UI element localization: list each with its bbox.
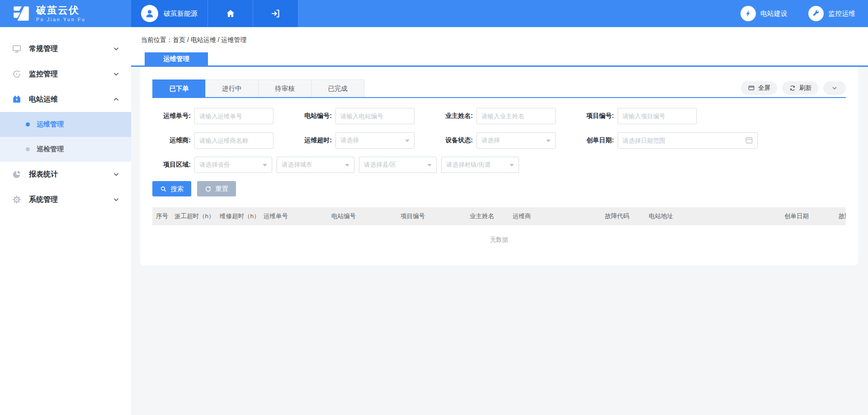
sidebar: 常规管理 监控管理	[0, 27, 131, 415]
device-status-select[interactable]: 请选择	[476, 132, 556, 149]
sidebar-item-monitor-mgmt[interactable]: 监控管理	[0, 61, 131, 87]
sidebar-item-label: 常规管理	[29, 44, 58, 54]
tab-ordered[interactable]: 已下单	[152, 79, 206, 97]
reset-button[interactable]: 重置	[197, 181, 236, 196]
dropdown-caret-icon	[546, 140, 551, 142]
create-date-range-input[interactable]	[618, 132, 758, 149]
power-station-icon	[11, 94, 22, 105]
sidebar-item-label: 系统管理	[29, 195, 58, 205]
fullscreen-button[interactable]: 全屏	[741, 81, 777, 95]
filter-form: 运维单号: 电站编号: 业主姓名: 项目编号:	[152, 98, 846, 173]
page-tab-ops-mgmt[interactable]: 运维管理	[145, 52, 208, 65]
select-placeholder: 请选择县/区	[364, 161, 396, 169]
chevron-up-icon	[113, 96, 119, 103]
col-repair-timeout: 维修超时（h）	[220, 212, 264, 220]
col-owner-name: 业主姓名	[470, 212, 513, 220]
station-no-input[interactable]	[335, 108, 415, 124]
county-select[interactable]: 请选择县/区	[359, 157, 437, 173]
content-card: 已下单 进行中 待审核 已完成 全屏	[140, 67, 858, 266]
header-spacer	[298, 0, 741, 27]
pie-chart-icon	[11, 169, 22, 180]
user-menu[interactable]: 破茧新能源	[131, 0, 208, 27]
quick-link-station-build[interactable]: 电站建设	[741, 0, 788, 27]
top-header: 破茧云伏 Po Jian Yun Fu 破茧新能源	[0, 0, 868, 27]
refresh-icon	[789, 84, 796, 92]
sidebar-item-label: 电站运维	[29, 95, 58, 104]
sidebar-item-inspection-mgmt[interactable]: 巡检管理	[0, 137, 131, 162]
ops-order-no-input[interactable]	[194, 108, 274, 124]
col-ops-order-no: 运维单号	[264, 212, 331, 220]
project-no-input[interactable]	[618, 108, 697, 124]
tab-pending-review[interactable]: 待审核	[258, 79, 311, 97]
ops-timeout-select[interactable]: 请选择	[335, 132, 415, 149]
sidebar-item-label: 报表统计	[29, 170, 58, 179]
collapse-panel-button[interactable]	[823, 81, 846, 95]
col-station-address: 电站地址	[649, 212, 784, 220]
city-select[interactable]: 请选择城市	[277, 157, 354, 173]
ops-vendor-input[interactable]	[194, 132, 274, 149]
home-button[interactable]	[208, 0, 253, 27]
dropdown-caret-icon	[405, 140, 410, 142]
col-dispatch-timeout: 派工超时（h）	[175, 212, 220, 220]
login-arrow-icon	[270, 8, 281, 19]
user-name: 破茧新能源	[164, 9, 198, 18]
sidebar-item-report-stats[interactable]: 报表统计	[0, 162, 131, 187]
ops-vendor-label: 运维商:	[152, 136, 191, 145]
lightning-icon	[741, 6, 756, 21]
project-no-label: 项目编号:	[576, 112, 614, 120]
table-header-row: 序号 派工超时（h） 维修超时（h） 运维单号 电站编号 项目编号 业主姓名 运…	[152, 207, 846, 225]
town-select[interactable]: 请选择村镇/街道	[441, 157, 519, 173]
chevron-down-icon	[113, 196, 119, 203]
user-avatar-icon	[141, 5, 158, 22]
breadcrumb-prefix: 当前位置：	[141, 36, 173, 43]
chevron-down-icon	[831, 85, 838, 91]
tab-in-progress[interactable]: 进行中	[205, 79, 259, 97]
province-select[interactable]: 请选择省份	[194, 157, 272, 173]
sidebar-item-ops-mgmt[interactable]: 运维管理	[0, 112, 131, 137]
col-fault-code: 故障代码	[605, 212, 649, 220]
order-status-tabbar: 已下单 进行中 待审核 已完成 全屏	[152, 79, 846, 98]
create-date-label: 创单日期:	[576, 136, 614, 145]
login-exit-button[interactable]	[253, 0, 298, 27]
tab-completed[interactable]: 已完成	[311, 79, 364, 97]
brand-subtitle: Po Jian Yun Fu	[36, 17, 86, 22]
select-placeholder: 请选择村镇/街道	[446, 161, 491, 169]
sidebar-item-general-mgmt[interactable]: 常规管理	[0, 36, 131, 61]
select-placeholder: 请选择	[340, 136, 359, 145]
sidebar-subitem-label: 运维管理	[37, 120, 64, 129]
sidebar-item-station-ops[interactable]: 电站运维	[0, 87, 131, 112]
quick-link-label: 电站建设	[760, 9, 788, 18]
wrench-icon	[808, 6, 824, 21]
station-no-label: 电站编号:	[293, 112, 332, 120]
owner-name-input[interactable]	[476, 108, 556, 124]
bullet-dot-icon	[26, 122, 30, 126]
breadcrumb-path: 首页 / 电站运维 / 运维管理	[173, 36, 246, 43]
dropdown-caret-icon	[263, 164, 267, 167]
col-create-date: 创单日期	[784, 212, 839, 220]
owner-name-label: 业主姓名:	[434, 112, 473, 120]
chevron-down-icon	[113, 46, 119, 52]
refresh-button[interactable]: 刷新	[782, 81, 818, 95]
col-station-no: 电站编号	[331, 212, 401, 220]
sidebar-item-label: 监控管理	[29, 70, 58, 79]
gear-icon	[11, 194, 22, 205]
dropdown-caret-icon	[427, 164, 432, 167]
col-fault-truncated: 故障	[839, 212, 846, 220]
select-placeholder: 请选择	[481, 136, 500, 145]
search-icon	[160, 186, 167, 192]
chevron-down-icon	[113, 71, 119, 77]
fullscreen-icon	[748, 84, 755, 92]
device-status-label: 设备状态:	[434, 136, 473, 145]
monitor-icon	[11, 43, 22, 54]
sidebar-item-system-mgmt[interactable]: 系统管理	[0, 187, 131, 212]
reset-label: 重置	[215, 185, 228, 193]
quick-link-monitor-ops[interactable]: 监控运维	[808, 0, 855, 27]
search-button[interactable]: 搜索	[152, 181, 191, 196]
chevron-down-icon	[113, 171, 119, 177]
dropdown-caret-icon	[345, 164, 349, 167]
select-placeholder: 请选择城市	[282, 161, 312, 169]
home-icon	[225, 8, 236, 19]
network-icon	[11, 69, 22, 79]
dropdown-caret-icon	[509, 164, 514, 167]
refresh-label: 刷新	[799, 84, 811, 92]
